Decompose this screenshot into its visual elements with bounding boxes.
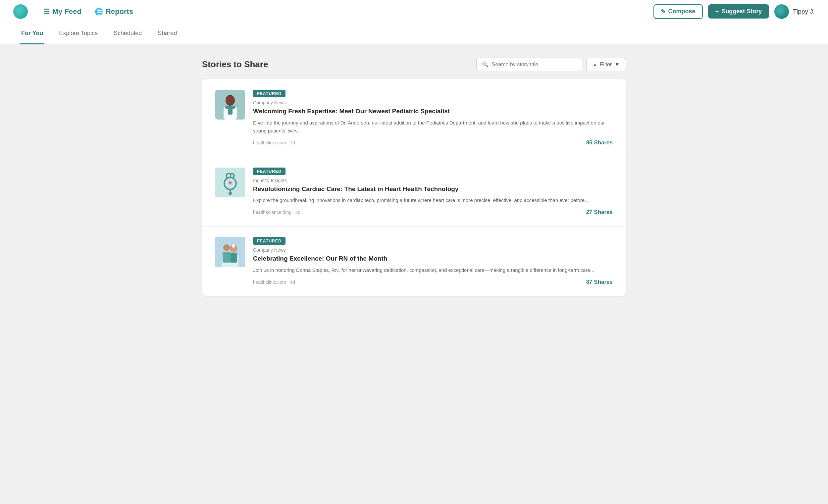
- story-source: healthclinic.com · 1d: [253, 140, 295, 145]
- svg-point-15: [223, 244, 230, 251]
- compose-label: Compose: [668, 8, 696, 15]
- search-box: 🔍: [476, 57, 582, 71]
- story-category: Industry Insights: [253, 178, 613, 183]
- story-item: FEATURED Company News Welcoming Fresh Ex…: [202, 79, 626, 157]
- suggest-icon: +: [715, 8, 719, 15]
- main-nav: ☰ My Feed 🌐 Reports: [38, 5, 643, 18]
- featured-badge: FEATURED: [253, 168, 286, 175]
- filter-icon: ▲: [592, 61, 597, 67]
- filter-button[interactable]: ▲ Filter ▼: [586, 58, 626, 71]
- header-actions: ✎ Compose + Suggest Story Tippy J.: [654, 4, 815, 19]
- svg-rect-17: [233, 244, 234, 248]
- svg-rect-5: [228, 108, 233, 115]
- tab-scheduled[interactable]: Scheduled: [112, 23, 143, 44]
- my-feed-icon: ☰: [44, 8, 50, 15]
- story-shares: 87 Shares: [586, 279, 613, 286]
- section-header: Stories to Share 🔍 ▲ Filter ▼: [202, 57, 626, 71]
- story-item: FEATURED Industry Insights Revolutionizi…: [202, 157, 626, 227]
- svg-point-4: [225, 96, 235, 105]
- section-title: Stories to Share: [202, 59, 268, 70]
- nav-reports-label: Reports: [106, 7, 133, 16]
- story-excerpt: Explore the groundbreaking innovations i…: [253, 196, 613, 204]
- user-name: Tippy J.: [793, 8, 815, 15]
- svg-rect-14: [222, 252, 231, 263]
- compose-icon: ✎: [661, 8, 666, 15]
- featured-badge: FEATURED: [253, 90, 286, 97]
- story-category: Company News: [253, 247, 613, 253]
- story-item: FEATURED Company News Celebrating Excell…: [202, 226, 626, 296]
- story-title[interactable]: Celebrating Excellence: Our RN of the Mo…: [253, 255, 613, 263]
- search-icon: 🔍: [482, 61, 489, 68]
- stories-card: FEATURED Company News Welcoming Fresh Ex…: [202, 79, 626, 296]
- reports-icon: 🌐: [95, 8, 103, 15]
- story-meta: healthscience.blog · 2d 27 Shares: [253, 209, 613, 216]
- story-shares: 27 Shares: [586, 209, 613, 216]
- app-logo[interactable]: [13, 4, 28, 19]
- filter-chevron-icon: ▼: [614, 61, 620, 68]
- suggest-story-button[interactable]: + Suggest Story: [708, 4, 770, 18]
- story-thumbnail: [215, 168, 245, 197]
- suggest-label: Suggest Story: [721, 8, 762, 15]
- featured-badge: FEATURED: [253, 237, 286, 245]
- avatar: [774, 4, 789, 19]
- filter-label: Filter: [600, 61, 612, 68]
- story-excerpt: Join us in honoring Donna Staples, RN, f…: [253, 266, 613, 274]
- tab-shared[interactable]: Shared: [156, 23, 178, 44]
- main-content: Stories to Share 🔍 ▲ Filter ▼: [182, 44, 646, 309]
- search-input[interactable]: [492, 61, 577, 68]
- tab-explore-topics[interactable]: Explore Topics: [57, 23, 99, 44]
- nav-my-feed-label: My Feed: [52, 7, 81, 16]
- story-thumbnail: [215, 90, 245, 120]
- user-menu[interactable]: Tippy J.: [774, 4, 815, 19]
- story-excerpt: Dive into the journey and aspirations of…: [253, 119, 613, 135]
- svg-rect-13: [230, 253, 237, 263]
- story-content: FEATURED Company News Celebrating Excell…: [253, 237, 613, 286]
- story-inner: FEATURED Company News Welcoming Fresh Ex…: [215, 90, 613, 146]
- story-source: healthscience.blog · 2d: [253, 210, 300, 215]
- tab-for-you[interactable]: For You: [20, 23, 44, 44]
- story-meta: healthclinic.com · 1d 85 Shares: [253, 139, 613, 146]
- nav-my-feed[interactable]: ☰ My Feed: [38, 5, 87, 18]
- nav-reports[interactable]: 🌐 Reports: [89, 5, 138, 18]
- story-inner: FEATURED Industry Insights Revolutionizi…: [215, 168, 613, 216]
- compose-button[interactable]: ✎ Compose: [654, 4, 703, 19]
- story-category: Company News: [253, 100, 613, 105]
- story-content: FEATURED Company News Welcoming Fresh Ex…: [253, 90, 613, 146]
- app-header: ☰ My Feed 🌐 Reports ✎ Compose + Suggest …: [0, 0, 828, 23]
- search-filter-wrap: 🔍 ▲ Filter ▼: [476, 57, 626, 71]
- svg-point-9: [229, 192, 232, 195]
- story-inner: FEATURED Company News Celebrating Excell…: [215, 237, 613, 286]
- story-title[interactable]: Revolutionizing Cardiac Care: The Latest…: [253, 185, 613, 194]
- story-thumbnail: [215, 237, 245, 267]
- story-shares: 85 Shares: [586, 139, 613, 146]
- story-title[interactable]: Welcoming Fresh Expertise: Meet Our Newe…: [253, 107, 613, 116]
- story-meta: healthclinic.com · 4d 87 Shares: [253, 279, 613, 286]
- story-source: healthclinic.com · 4d: [253, 280, 295, 285]
- tab-nav: For You Explore Topics Scheduled Shared: [0, 23, 828, 44]
- story-content: FEATURED Industry Insights Revolutionizi…: [253, 168, 613, 216]
